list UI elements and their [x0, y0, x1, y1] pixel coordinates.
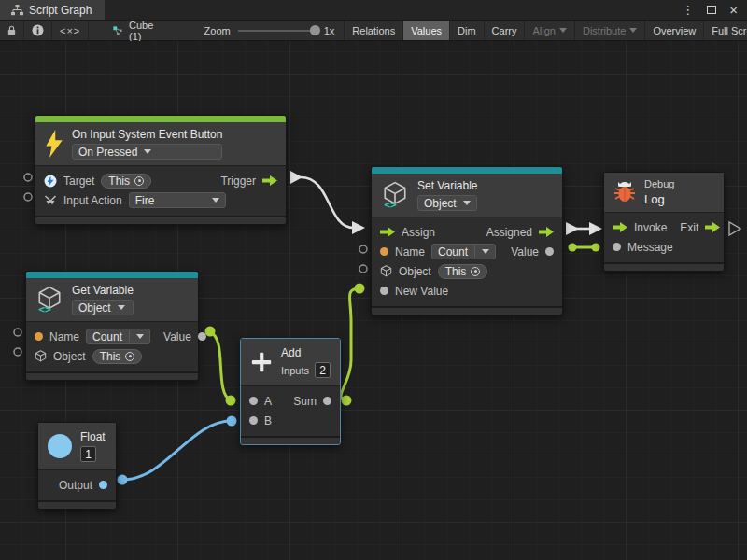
float-literal-icon — [48, 434, 72, 458]
graph-icon — [11, 5, 23, 16]
inputs-count-field[interactable]: 2 — [315, 362, 331, 378]
toolbar-button-overview[interactable]: Overview — [645, 21, 704, 40]
object-picker-icon — [125, 352, 134, 361]
maximize-icon[interactable] — [707, 6, 716, 14]
tab-title: Script Graph — [29, 4, 92, 17]
exit-output-port[interactable] — [705, 222, 720, 232]
node-add[interactable]: Add Inputs 2 A Sum B — [240, 338, 341, 445]
toolbar-button-align[interactable]: Align — [525, 21, 574, 40]
input-action-dropdown[interactable]: Fire — [129, 192, 226, 208]
script-graph-icon — [113, 24, 123, 37]
invoke-input-port[interactable] — [613, 222, 627, 232]
assign-input-port[interactable] — [380, 227, 395, 237]
toolbar-button-fullscreen[interactable]: Full Screen — [704, 21, 747, 40]
node-set-variable[interactable]: <> Set Variable Object Assign Assigned N… — [371, 166, 563, 315]
node-float[interactable]: Float 1 Output — [37, 422, 117, 510]
chevron-down-icon — [482, 249, 489, 254]
output-port[interactable] — [99, 481, 107, 489]
object-pill[interactable]: This — [438, 264, 488, 279]
invoke-label: Invoke — [634, 221, 667, 234]
info-button[interactable] — [24, 21, 52, 40]
node-footer — [35, 216, 286, 224]
object-label: Object — [53, 350, 86, 363]
svg-text:<>: <> — [384, 199, 397, 209]
node-on-input-system-event[interactable]: On Input System Event Button On Pressed … — [35, 115, 287, 225]
zoom-label: Zoom — [204, 25, 231, 36]
value-output-port[interactable] — [198, 332, 206, 341]
new-value-input-port[interactable] — [380, 287, 388, 295]
breadcrumb-label: Cube (1) — [129, 20, 158, 42]
node-title: Get Variable — [72, 284, 134, 297]
node-footer — [38, 500, 116, 509]
target-object-pill[interactable]: This — [101, 174, 151, 189]
graph-toolbar: <×> Cube (1) Zoom 1x Relations Values Di… — [0, 21, 747, 41]
sum-output-port[interactable] — [323, 397, 331, 405]
code-view-button[interactable]: <×> — [52, 21, 89, 40]
message-label: Message — [627, 241, 673, 254]
inputs-label: Inputs — [281, 365, 309, 376]
toolbar-button-carry[interactable]: Carry — [485, 21, 526, 40]
lock-icon — [7, 24, 16, 36]
value-label: Value — [163, 330, 191, 343]
event-accent-strip — [35, 116, 286, 122]
window-menu-icon[interactable]: ⋮ — [682, 4, 694, 16]
a-label: A — [264, 395, 272, 408]
variable-kind-dropdown[interactable]: Object — [72, 300, 134, 315]
toolbar-button-dim[interactable]: Dim — [450, 21, 485, 40]
input-action-row: Input Action Fire — [35, 190, 286, 210]
name-row: Name Count Value — [26, 327, 198, 346]
trigger-output-port[interactable] — [262, 175, 277, 186]
toolbar-button-distribute[interactable]: Distribute — [575, 21, 645, 40]
cube-icon — [35, 350, 47, 362]
chevron-down-icon — [136, 334, 144, 339]
node-footer — [241, 436, 340, 444]
exit-label: Exit — [680, 221, 698, 234]
title-bar: Script Graph ⋮ × — [0, 0, 747, 21]
a-input-port[interactable] — [249, 397, 258, 405]
message-input-port[interactable] — [613, 243, 621, 251]
toolbar-button-values[interactable]: Values — [403, 21, 450, 40]
input-action-label: Input Action — [63, 194, 122, 207]
invoke-row: Invoke Exit — [604, 217, 724, 237]
message-row: Message — [604, 237, 724, 257]
zoom-slider-handle[interactable] — [310, 25, 320, 35]
variable-accent-strip — [372, 167, 562, 174]
bug-icon — [613, 180, 636, 204]
output-label: Output — [59, 479, 92, 492]
name-dropdown[interactable]: Count — [86, 329, 150, 344]
value-label: Value — [511, 245, 539, 259]
cube-icon — [380, 265, 392, 277]
variable-kind-dropdown[interactable]: Object — [417, 195, 477, 211]
assign-label: Assign — [402, 226, 435, 239]
chevron-down-icon — [144, 149, 151, 154]
node-footer — [26, 371, 198, 380]
a-row: A Sum — [241, 391, 340, 411]
zoom-slider[interactable] — [238, 30, 317, 32]
assigned-label: Assigned — [486, 226, 532, 239]
b-label: B — [264, 414, 272, 427]
name-input-port[interactable] — [35, 332, 43, 341]
variable-cube-icon: <> — [35, 286, 63, 314]
event-mode-dropdown[interactable]: On Pressed — [72, 144, 222, 160]
name-dropdown[interactable]: Count — [431, 244, 496, 259]
name-input-port[interactable] — [380, 247, 388, 256]
object-label: Object — [399, 265, 431, 278]
node-footer — [604, 262, 724, 271]
toolbar-button-relations[interactable]: Relations — [344, 21, 403, 40]
float-value-field[interactable]: 1 — [80, 446, 96, 462]
input-action-icon — [44, 194, 57, 206]
lock-button[interactable] — [0, 21, 24, 40]
graph-breadcrumb[interactable]: Cube (1) — [104, 21, 166, 40]
object-pill[interactable]: This — [92, 349, 143, 364]
value-output-port[interactable] — [545, 247, 554, 256]
tab-script-graph[interactable]: Script Graph — [0, 0, 105, 20]
b-input-port[interactable] — [249, 416, 258, 425]
close-icon[interactable]: × — [729, 3, 738, 17]
output-row: Output — [38, 475, 116, 495]
node-get-variable[interactable]: <> Get Variable Object Name Count Value — [25, 271, 199, 381]
assign-row: Assign Assigned — [372, 222, 562, 242]
object-row: Object This — [372, 261, 562, 281]
toolbar-gap — [89, 21, 104, 40]
node-debug-log[interactable]: Debug Log Invoke Exit Message — [603, 172, 725, 272]
assigned-output-port[interactable] — [539, 227, 554, 237]
